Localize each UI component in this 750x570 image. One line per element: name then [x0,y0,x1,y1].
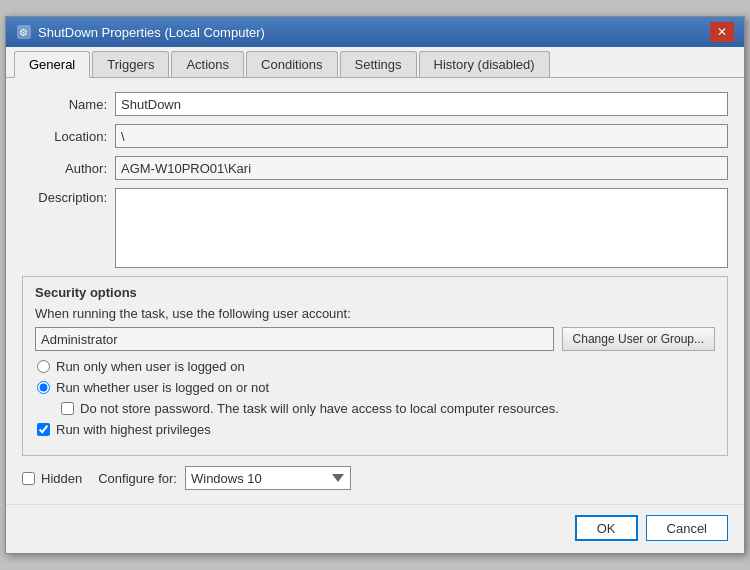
title-bar-left: ⚙ ShutDown Properties (Local Computer) [16,24,265,40]
title-bar: ⚙ ShutDown Properties (Local Computer) ✕ [6,17,744,47]
radio-logged-on[interactable] [37,360,50,373]
hidden-row: Hidden [22,471,82,486]
description-textarea[interactable] [115,188,728,268]
checkbox-hidden[interactable] [22,472,35,485]
dialog-window: ⚙ ShutDown Properties (Local Computer) ✕… [5,16,745,554]
checkbox-no-password[interactable] [61,402,74,415]
security-section: Security options When running the task, … [22,276,728,456]
name-label: Name: [22,97,107,112]
name-row: Name: [22,92,728,116]
checkbox-highest-priv-row: Run with highest privileges [35,422,715,437]
tab-history[interactable]: History (disabled) [419,51,550,77]
user-account-row: Change User or Group... [35,327,715,351]
checkbox-no-password-label[interactable]: Do not store password. The task will onl… [80,401,559,416]
configure-for-label: Configure for: [98,471,177,486]
dialog-footer: OK Cancel [6,504,744,553]
app-icon: ⚙ [16,24,32,40]
location-label: Location: [22,129,107,144]
radio-whether-label[interactable]: Run whether user is logged on or not [56,380,269,395]
tab-general[interactable]: General [14,51,90,78]
radio-logged-on-row: Run only when user is logged on [35,359,715,374]
svg-text:⚙: ⚙ [19,27,28,38]
tab-conditions[interactable]: Conditions [246,51,337,77]
cancel-button[interactable]: Cancel [646,515,728,541]
change-user-button[interactable]: Change User or Group... [562,327,715,351]
configure-select[interactable]: Windows 10 Windows 7, Windows 8 Windows … [185,466,351,490]
location-input [115,124,728,148]
hidden-label[interactable]: Hidden [41,471,82,486]
radio-whether-row: Run whether user is logged on or not [35,380,715,395]
location-row: Location: [22,124,728,148]
radio-whether-logged[interactable] [37,381,50,394]
close-button[interactable]: ✕ [710,22,734,42]
security-title: Security options [35,285,715,300]
bottom-row: Hidden Configure for: Windows 10 Windows… [22,466,728,490]
tab-actions[interactable]: Actions [171,51,244,77]
tab-bar: General Triggers Actions Conditions Sett… [6,47,744,78]
radio-logged-on-label[interactable]: Run only when user is logged on [56,359,245,374]
content-area: Name: Location: Author: Description: Sec… [6,78,744,504]
description-label: Description: [22,188,107,205]
tab-triggers[interactable]: Triggers [92,51,169,77]
author-input [115,156,728,180]
ok-button[interactable]: OK [575,515,638,541]
author-label: Author: [22,161,107,176]
security-account-desc: When running the task, use the following… [35,306,715,321]
checkbox-no-password-row: Do not store password. The task will onl… [35,401,715,416]
name-input[interactable] [115,92,728,116]
configure-row: Configure for: Windows 10 Windows 7, Win… [98,466,351,490]
author-row: Author: [22,156,728,180]
tab-settings[interactable]: Settings [340,51,417,77]
window-title: ShutDown Properties (Local Computer) [38,25,265,40]
checkbox-highest-privileges[interactable] [37,423,50,436]
user-account-input [35,327,554,351]
description-row: Description: [22,188,728,268]
checkbox-highest-priv-label[interactable]: Run with highest privileges [56,422,211,437]
